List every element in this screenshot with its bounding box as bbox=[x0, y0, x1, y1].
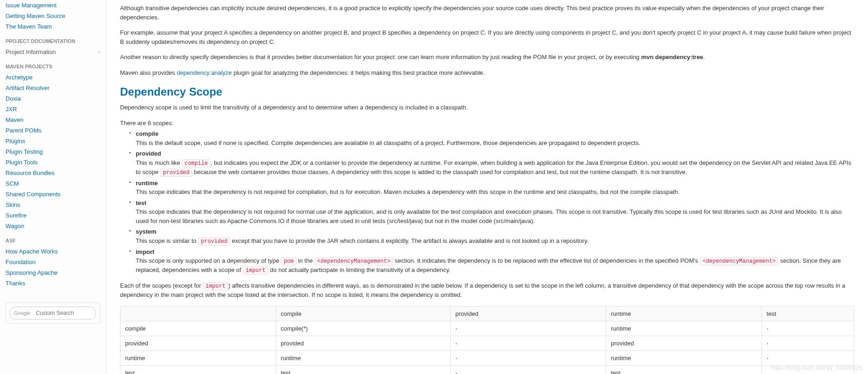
sidebar-link[interactable]: Sponsoring Apache bbox=[6, 267, 100, 278]
scope-desc: This scope indicates that the dependency… bbox=[136, 208, 842, 224]
sidebar-link[interactable]: Foundation bbox=[6, 257, 100, 267]
table-header-row: compile provided runtime test bbox=[121, 306, 854, 321]
code-inline: provided bbox=[160, 169, 193, 177]
text: Maven also provides bbox=[120, 69, 177, 76]
table-cell: runtime bbox=[121, 350, 276, 365]
list-item: runtime This scope indicates that the de… bbox=[129, 179, 854, 197]
reason-paragraph: Another reason to directly specify depen… bbox=[120, 53, 854, 62]
sidebar-link[interactable]: Parent POMs bbox=[6, 125, 100, 136]
command-text: mvn dependency:tree bbox=[641, 54, 703, 60]
table-cell bbox=[762, 365, 854, 374]
sidebar-link[interactable]: Plugins bbox=[6, 136, 100, 146]
code-inline: import bbox=[243, 266, 268, 275]
list-item: system This scope is similar to provided… bbox=[129, 227, 854, 246]
scope-name-import: import bbox=[136, 247, 854, 257]
sidebar-link[interactable]: Getting Maven Source bbox=[6, 11, 100, 21]
table-header bbox=[121, 306, 276, 321]
table-cell: compile(*) bbox=[276, 321, 451, 336]
sidebar-link[interactable]: Plugin Testing bbox=[6, 146, 100, 157]
text: section. It indicates the dependency is … bbox=[393, 257, 699, 264]
sidebar-link[interactable]: Thanks bbox=[6, 278, 100, 289]
text: because the web container provides those… bbox=[192, 169, 687, 175]
table-cell: runtime bbox=[276, 350, 451, 365]
sidebar-link[interactable]: Surefire bbox=[6, 210, 100, 221]
table-header: compile bbox=[276, 306, 451, 321]
search-input[interactable] bbox=[32, 308, 92, 318]
sidebar-link[interactable]: JXR bbox=[6, 104, 100, 115]
sidebar-section-asf: ASF bbox=[6, 238, 100, 243]
chevron-right-icon: › bbox=[98, 49, 100, 55]
sidebar-link[interactable]: Skins bbox=[6, 199, 100, 210]
sidebar-section-maven-projects: MAVEN PROJECTS bbox=[6, 64, 100, 69]
sidebar-link[interactable]: Maven bbox=[6, 115, 100, 125]
analyze-paragraph: Maven also provides dependency:analyze p… bbox=[120, 68, 854, 78]
text: Each of the scopes (except for bbox=[120, 282, 203, 289]
example-paragraph: For example, assume that your project A … bbox=[120, 28, 854, 46]
text: plugin goal for analyzing the dependenci… bbox=[232, 69, 485, 76]
text: except that you have to provide the JAR … bbox=[230, 237, 589, 244]
table-cell: provided bbox=[121, 336, 276, 350]
table-cell: - bbox=[762, 336, 854, 350]
text: This scope is only supported on a depend… bbox=[136, 257, 281, 264]
sidebar-link[interactable]: Archetype bbox=[6, 72, 100, 83]
sidebar-link[interactable]: Wagon bbox=[6, 221, 100, 231]
scope-desc: This scope indicates that the dependency… bbox=[136, 188, 680, 195]
code-inline: compile bbox=[182, 159, 211, 168]
table-row: test test - test bbox=[121, 365, 854, 374]
table-cell: test bbox=[276, 365, 451, 374]
list-item: compile This is the default scope, used … bbox=[129, 129, 854, 147]
table-cell: compile bbox=[121, 321, 276, 336]
list-item: provided This is much like compile, but … bbox=[129, 149, 854, 177]
table-cell: - bbox=[762, 321, 854, 336]
table-cell: - bbox=[762, 350, 854, 365]
list-item: import This scope is only supported on a… bbox=[129, 247, 854, 275]
text: ) affects transitive dependencies in dif… bbox=[120, 282, 845, 298]
sidebar-link[interactable]: Issue Management bbox=[6, 0, 100, 11]
sidebar-link[interactable]: How Apache Works bbox=[6, 246, 100, 257]
table-cell: - bbox=[451, 336, 606, 350]
code-inline: pom bbox=[281, 257, 296, 265]
code-inline: provided bbox=[198, 237, 230, 246]
scope-desc: This is the default scope, used if none … bbox=[136, 139, 640, 146]
text: . bbox=[703, 54, 705, 60]
text: do not actually participate in limiting … bbox=[268, 266, 450, 273]
sidebar-link[interactable]: SCM bbox=[6, 178, 100, 189]
sidebar-link[interactable]: Resource Bundles bbox=[6, 168, 100, 178]
search-container: Google bbox=[6, 302, 100, 324]
dependency-analyze-link[interactable]: dependency:analyze bbox=[177, 69, 232, 76]
scope-name-runtime: runtime bbox=[136, 179, 854, 188]
sidebar-link[interactable]: Artifact Resolver bbox=[6, 83, 100, 93]
scope-name-compile: compile bbox=[136, 129, 854, 139]
text: This scope is similar to bbox=[136, 237, 198, 244]
text: Another reason to directly specify depen… bbox=[120, 54, 641, 60]
sidebar-item-label: Project Information bbox=[6, 48, 56, 55]
intro-paragraph: Although transitive dependencies can imp… bbox=[120, 4, 854, 22]
scope-count: There are 6 scopes: bbox=[120, 119, 854, 128]
sidebar-section-documentation: PROJECT DOCUMENTATION bbox=[6, 38, 100, 44]
table-row: runtime runtime - runtime - bbox=[121, 350, 854, 365]
table-row: provided provided - provided - bbox=[121, 336, 854, 350]
list-item: test This scope indicates that the depen… bbox=[129, 199, 854, 226]
scope-name-provided: provided bbox=[136, 149, 854, 158]
sidebar-link[interactable]: Plugin Tools bbox=[6, 157, 100, 168]
scope-name-system: system bbox=[136, 227, 854, 236]
sidebar-item-project-information[interactable]: Project Information › bbox=[6, 47, 100, 57]
table-header: provided bbox=[451, 306, 606, 321]
text: in the bbox=[296, 257, 314, 264]
table-intro: Each of the scopes (except for import) a… bbox=[120, 281, 854, 300]
scope-table: compile provided runtime test compile co… bbox=[120, 306, 854, 374]
table-cell: - bbox=[451, 350, 606, 365]
search-brand: Google bbox=[14, 310, 30, 316]
sidebar-link[interactable]: The Maven Team bbox=[6, 21, 100, 32]
sidebar-link[interactable]: Shared Components bbox=[6, 189, 100, 199]
table-cell: runtime bbox=[606, 321, 762, 336]
code-inline: <dependencyManagement> bbox=[314, 257, 393, 265]
code-inline: <dependencyManagement> bbox=[700, 257, 778, 265]
table-cell: provided bbox=[276, 336, 451, 350]
sidebar-link[interactable]: Doxia bbox=[6, 93, 100, 104]
table-header: test bbox=[762, 306, 854, 321]
text: This is much like bbox=[136, 159, 182, 166]
table-header: runtime bbox=[606, 306, 762, 321]
table-row: compile compile(*) - runtime - bbox=[121, 321, 854, 336]
table-cell: test bbox=[121, 365, 276, 374]
